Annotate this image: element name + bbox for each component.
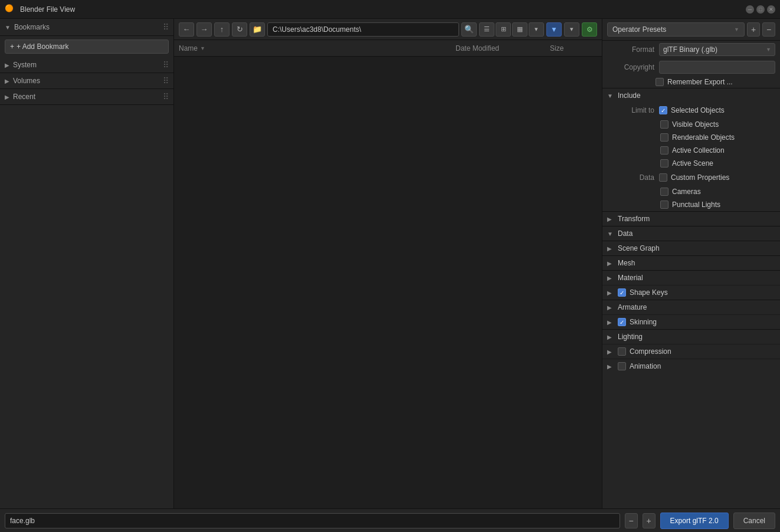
decrement-button[interactable]: −	[625, 513, 638, 528]
operator-presets-dropdown[interactable]: Operator Presets ▼	[607, 22, 745, 37]
grid-view-button[interactable]: ⊞	[496, 22, 511, 37]
format-dropdown[interactable]: glTF Binary (.glb) ▼	[659, 43, 775, 56]
shape-keys-section[interactable]: ▶ Shape Keys	[602, 285, 780, 300]
system-section: ▶ System ⠿	[0, 57, 173, 73]
settings-button[interactable]: ⚙	[582, 22, 597, 37]
copyright-input[interactable]	[659, 61, 775, 74]
close-button[interactable]: ✕	[767, 5, 775, 14]
punctual-lights-checkbox[interactable]	[660, 201, 668, 209]
active-scene-indent: Active Scene	[660, 159, 713, 168]
refresh-button[interactable]: ↻	[232, 22, 247, 37]
name-sort-arrow: ▼	[200, 45, 205, 51]
bookmarks-drag-handle[interactable]: ⠿	[163, 22, 169, 32]
shape-keys-arrow: ▶	[607, 290, 614, 296]
format-row: Format glTF Binary (.glb) ▼	[602, 41, 780, 58]
volumes-section-header[interactable]: ▶ Volumes ⠿	[0, 73, 173, 88]
window-title: Blender File View	[20, 5, 746, 14]
data-section[interactable]: ▼ Data	[602, 226, 780, 241]
file-content-area[interactable]	[174, 57, 602, 508]
cameras-checkbox[interactable]	[660, 188, 668, 196]
cameras-label: Cameras	[672, 188, 701, 196]
material-arrow: ▶	[607, 275, 614, 281]
compression-section[interactable]: ▶ Compression	[602, 344, 780, 359]
transform-section[interactable]: ▶ Transform	[602, 211, 780, 226]
export-button[interactable]: Export glTF 2.0	[660, 513, 729, 529]
operator-presets-row: Operator Presets ▼ + −	[602, 19, 780, 41]
custom-properties-checkbox[interactable]	[659, 173, 667, 182]
bookmarks-collapse-arrow[interactable]: ▼	[5, 24, 11, 31]
path-input[interactable]	[267, 22, 459, 37]
thumbnail-view-button[interactable]: ▦	[512, 22, 527, 37]
include-header[interactable]: ▼ Include	[602, 88, 780, 103]
skinning-label: Skinning	[630, 318, 657, 326]
filename-input[interactable]	[5, 513, 620, 528]
lighting-section[interactable]: ▶ Lighting	[602, 329, 780, 344]
shape-keys-label: Shape Keys	[630, 288, 668, 297]
active-collection-checkbox[interactable]	[660, 146, 668, 155]
add-icon: +	[10, 42, 14, 51]
copyright-label: Copyright	[607, 63, 654, 71]
animation-checkbox[interactable]	[618, 362, 626, 370]
list-view-button[interactable]: ☰	[479, 22, 494, 37]
bottom-bar: − + Export glTF 2.0 Cancel	[0, 508, 780, 532]
animation-section[interactable]: ▶ Animation	[602, 359, 780, 373]
forward-button[interactable]: →	[196, 22, 212, 37]
export-label: Export glTF 2.0	[670, 517, 719, 525]
preset-remove-button[interactable]: −	[762, 22, 775, 37]
skinning-checkbox[interactable]	[618, 318, 626, 326]
column-date-header[interactable]: Date Modified	[455, 44, 550, 52]
up-button[interactable]: ↑	[214, 22, 230, 37]
filter-dropdown[interactable]: ▾	[564, 22, 579, 37]
active-collection-label: Active Collection	[672, 146, 725, 155]
copyright-row: Copyright	[602, 58, 780, 76]
system-label: System	[13, 61, 37, 69]
skinning-arrow: ▶	[607, 319, 614, 326]
remember-export-checkbox[interactable]	[656, 78, 664, 86]
selected-objects-checkbox[interactable]	[659, 106, 667, 114]
mesh-section[interactable]: ▶ Mesh	[602, 255, 780, 270]
recent-section-header[interactable]: ▶ Recent ⠿	[0, 89, 173, 104]
operator-presets-arrow: ▼	[734, 27, 739, 32]
shape-keys-checkbox[interactable]	[618, 288, 626, 297]
volumes-drag-handle[interactable]: ⠿	[163, 76, 169, 86]
minimize-button[interactable]: ─	[746, 5, 754, 14]
add-bookmark-label: + Add Bookmark	[17, 42, 68, 51]
add-bookmark-button[interactable]: + + Add Bookmark	[5, 40, 169, 54]
recent-drag-handle[interactable]: ⠿	[163, 92, 169, 101]
visible-objects-checkbox[interactable]	[660, 120, 668, 129]
maximize-button[interactable]: □	[756, 5, 765, 14]
file-browser: ← → ↑ ↻ 📁 🔍 ☰ ⊞ ▦ ▾ ▼ ▾ ⚙ Name ▼ Dat	[174, 19, 602, 508]
bookmark-button[interactable]: 📁	[250, 22, 265, 37]
view-options-dropdown[interactable]: ▾	[529, 22, 544, 37]
selected-objects-row: Selected Objects	[659, 106, 725, 114]
column-size-header[interactable]: Size	[550, 44, 597, 52]
visible-objects-label: Visible Objects	[672, 120, 719, 129]
format-value: glTF Binary (.glb)	[663, 45, 717, 54]
filter-button[interactable]: ▼	[546, 22, 562, 37]
column-name-header[interactable]: Name ▼	[179, 44, 455, 52]
view-mode-group: ☰ ⊞ ▦ ▾	[479, 22, 544, 37]
format-arrow: ▼	[766, 47, 771, 52]
active-scene-checkbox[interactable]	[660, 159, 668, 168]
search-icon[interactable]: 🔍	[461, 22, 477, 37]
punctual-lights-row: Punctual Lights	[602, 198, 780, 211]
data-label-row: Data Custom Properties	[602, 170, 780, 185]
armature-section[interactable]: ▶ Armature	[602, 300, 780, 314]
scene-graph-section[interactable]: ▶ Scene Graph	[602, 241, 780, 255]
system-section-header[interactable]: ▶ System ⠿	[0, 57, 173, 73]
include-section: ▼ Include Limit to Selected Objects Visi…	[602, 88, 780, 211]
system-drag-handle[interactable]: ⠿	[163, 60, 169, 70]
skinning-section[interactable]: ▶ Skinning	[602, 314, 780, 329]
bookmarks-label: Bookmarks	[14, 23, 50, 31]
size-col-label: Size	[550, 44, 563, 52]
bookmarks-section-left: ▼ Bookmarks	[5, 23, 50, 31]
back-button[interactable]: ←	[179, 22, 194, 37]
mesh-label: Mesh	[618, 259, 635, 267]
increment-button[interactable]: +	[643, 513, 656, 528]
renderable-objects-checkbox[interactable]	[660, 133, 668, 142]
preset-add-button[interactable]: +	[747, 22, 760, 37]
cancel-button[interactable]: Cancel	[733, 513, 775, 529]
active-scene-label: Active Scene	[672, 159, 713, 168]
material-section[interactable]: ▶ Material	[602, 270, 780, 285]
compression-checkbox[interactable]	[618, 347, 626, 356]
